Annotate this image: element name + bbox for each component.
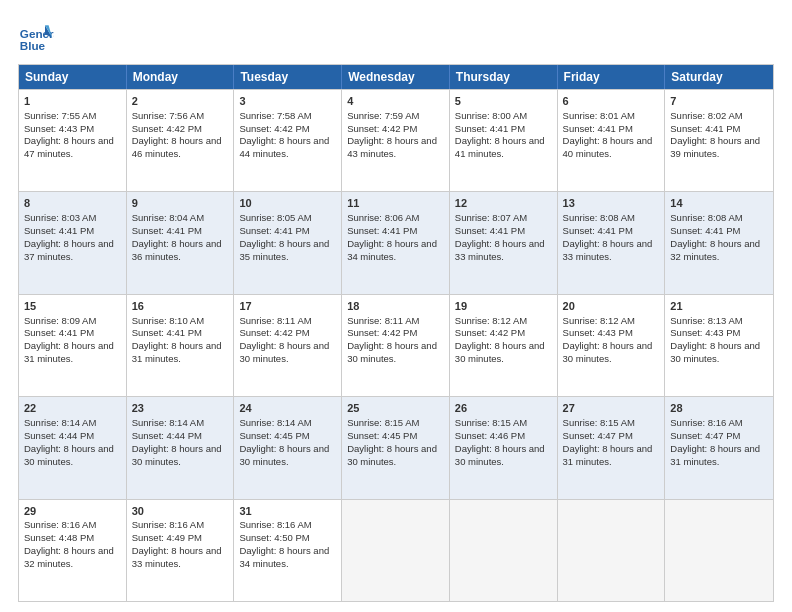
header-cell-thursday: Thursday: [450, 65, 558, 89]
daylight-label: Daylight: 8 hours and 30 minutes.: [455, 443, 545, 467]
calendar-cell: 9Sunrise: 8:04 AMSunset: 4:41 PMDaylight…: [127, 192, 235, 293]
day-number: 10: [239, 196, 336, 211]
daylight-label: Daylight: 8 hours and 30 minutes.: [455, 340, 545, 364]
daylight-label: Daylight: 8 hours and 33 minutes.: [563, 238, 653, 262]
sunset: Sunset: 4:42 PM: [455, 327, 525, 338]
sunrise: Sunrise: 8:15 AM: [455, 417, 527, 428]
sunset: Sunset: 4:44 PM: [24, 430, 94, 441]
daylight-label: Daylight: 8 hours and 35 minutes.: [239, 238, 329, 262]
calendar-cell: 22Sunrise: 8:14 AMSunset: 4:44 PMDayligh…: [19, 397, 127, 498]
sunset: Sunset: 4:41 PM: [670, 123, 740, 134]
calendar-cell: 16Sunrise: 8:10 AMSunset: 4:41 PMDayligh…: [127, 295, 235, 396]
daylight-label: Daylight: 8 hours and 30 minutes.: [239, 340, 329, 364]
sunrise: Sunrise: 8:05 AM: [239, 212, 311, 223]
day-number: 30: [132, 504, 229, 519]
day-number: 6: [563, 94, 660, 109]
day-number: 2: [132, 94, 229, 109]
sunset: Sunset: 4:41 PM: [24, 225, 94, 236]
sunrise: Sunrise: 8:08 AM: [563, 212, 635, 223]
calendar-cell: 20Sunrise: 8:12 AMSunset: 4:43 PMDayligh…: [558, 295, 666, 396]
logo: General Blue: [18, 18, 54, 54]
daylight-label: Daylight: 8 hours and 30 minutes.: [563, 340, 653, 364]
daylight-label: Daylight: 8 hours and 30 minutes.: [347, 340, 437, 364]
daylight-label: Daylight: 8 hours and 47 minutes.: [24, 135, 114, 159]
sunrise: Sunrise: 8:08 AM: [670, 212, 742, 223]
calendar-row-5: 29Sunrise: 8:16 AMSunset: 4:48 PMDayligh…: [19, 499, 773, 601]
sunset: Sunset: 4:43 PM: [563, 327, 633, 338]
daylight-label: Daylight: 8 hours and 44 minutes.: [239, 135, 329, 159]
day-number: 11: [347, 196, 444, 211]
sunset: Sunset: 4:41 PM: [239, 225, 309, 236]
calendar-cell: 5Sunrise: 8:00 AMSunset: 4:41 PMDaylight…: [450, 90, 558, 191]
calendar-cell: 25Sunrise: 8:15 AMSunset: 4:45 PMDayligh…: [342, 397, 450, 498]
sunset: Sunset: 4:41 PM: [347, 225, 417, 236]
sunrise: Sunrise: 8:14 AM: [239, 417, 311, 428]
sunrise: Sunrise: 8:04 AM: [132, 212, 204, 223]
sunset: Sunset: 4:47 PM: [563, 430, 633, 441]
sunrise: Sunrise: 8:15 AM: [347, 417, 419, 428]
header-cell-sunday: Sunday: [19, 65, 127, 89]
sunset: Sunset: 4:41 PM: [132, 225, 202, 236]
day-number: 26: [455, 401, 552, 416]
day-number: 15: [24, 299, 121, 314]
day-number: 31: [239, 504, 336, 519]
sunset: Sunset: 4:45 PM: [347, 430, 417, 441]
day-number: 21: [670, 299, 768, 314]
sunrise: Sunrise: 8:13 AM: [670, 315, 742, 326]
calendar-cell: [450, 500, 558, 601]
calendar-cell: 1Sunrise: 7:55 AMSunset: 4:43 PMDaylight…: [19, 90, 127, 191]
sunset: Sunset: 4:41 PM: [670, 225, 740, 236]
day-number: 1: [24, 94, 121, 109]
sunrise: Sunrise: 7:58 AM: [239, 110, 311, 121]
daylight-label: Daylight: 8 hours and 32 minutes.: [24, 545, 114, 569]
calendar-header: SundayMondayTuesdayWednesdayThursdayFrid…: [19, 65, 773, 89]
sunrise: Sunrise: 8:09 AM: [24, 315, 96, 326]
calendar-cell: 4Sunrise: 7:59 AMSunset: 4:42 PMDaylight…: [342, 90, 450, 191]
sunrise: Sunrise: 8:16 AM: [132, 519, 204, 530]
daylight-label: Daylight: 8 hours and 30 minutes.: [347, 443, 437, 467]
sunrise: Sunrise: 8:00 AM: [455, 110, 527, 121]
sunrise: Sunrise: 7:56 AM: [132, 110, 204, 121]
calendar-row-3: 15Sunrise: 8:09 AMSunset: 4:41 PMDayligh…: [19, 294, 773, 396]
sunrise: Sunrise: 8:07 AM: [455, 212, 527, 223]
calendar-cell: 6Sunrise: 8:01 AMSunset: 4:41 PMDaylight…: [558, 90, 666, 191]
calendar-cell: 7Sunrise: 8:02 AMSunset: 4:41 PMDaylight…: [665, 90, 773, 191]
day-number: 22: [24, 401, 121, 416]
daylight-label: Daylight: 8 hours and 33 minutes.: [455, 238, 545, 262]
sunset: Sunset: 4:42 PM: [132, 123, 202, 134]
calendar-body: 1Sunrise: 7:55 AMSunset: 4:43 PMDaylight…: [19, 89, 773, 601]
daylight-label: Daylight: 8 hours and 41 minutes.: [455, 135, 545, 159]
daylight-label: Daylight: 8 hours and 39 minutes.: [670, 135, 760, 159]
calendar-cell: 27Sunrise: 8:15 AMSunset: 4:47 PMDayligh…: [558, 397, 666, 498]
sunrise: Sunrise: 8:02 AM: [670, 110, 742, 121]
calendar-cell: 13Sunrise: 8:08 AMSunset: 4:41 PMDayligh…: [558, 192, 666, 293]
day-number: 18: [347, 299, 444, 314]
daylight-label: Daylight: 8 hours and 32 minutes.: [670, 238, 760, 262]
sunrise: Sunrise: 8:03 AM: [24, 212, 96, 223]
calendar-cell: 28Sunrise: 8:16 AMSunset: 4:47 PMDayligh…: [665, 397, 773, 498]
sunset: Sunset: 4:45 PM: [239, 430, 309, 441]
sunrise: Sunrise: 7:59 AM: [347, 110, 419, 121]
daylight-label: Daylight: 8 hours and 34 minutes.: [347, 238, 437, 262]
calendar-cell: 14Sunrise: 8:08 AMSunset: 4:41 PMDayligh…: [665, 192, 773, 293]
day-number: 20: [563, 299, 660, 314]
calendar-cell: 17Sunrise: 8:11 AMSunset: 4:42 PMDayligh…: [234, 295, 342, 396]
header: General Blue: [18, 18, 774, 54]
calendar-cell: 24Sunrise: 8:14 AMSunset: 4:45 PMDayligh…: [234, 397, 342, 498]
daylight-label: Daylight: 8 hours and 30 minutes.: [24, 443, 114, 467]
sunset: Sunset: 4:42 PM: [347, 327, 417, 338]
calendar-cell: 31Sunrise: 8:16 AMSunset: 4:50 PMDayligh…: [234, 500, 342, 601]
sunrise: Sunrise: 8:12 AM: [455, 315, 527, 326]
calendar-cell: [342, 500, 450, 601]
sunset: Sunset: 4:47 PM: [670, 430, 740, 441]
header-cell-wednesday: Wednesday: [342, 65, 450, 89]
daylight-label: Daylight: 8 hours and 46 minutes.: [132, 135, 222, 159]
day-number: 3: [239, 94, 336, 109]
sunset: Sunset: 4:50 PM: [239, 532, 309, 543]
sunrise: Sunrise: 8:16 AM: [239, 519, 311, 530]
logo-icon: General Blue: [18, 18, 54, 54]
day-number: 23: [132, 401, 229, 416]
calendar: SundayMondayTuesdayWednesdayThursdayFrid…: [18, 64, 774, 602]
day-number: 19: [455, 299, 552, 314]
daylight-label: Daylight: 8 hours and 30 minutes.: [670, 340, 760, 364]
